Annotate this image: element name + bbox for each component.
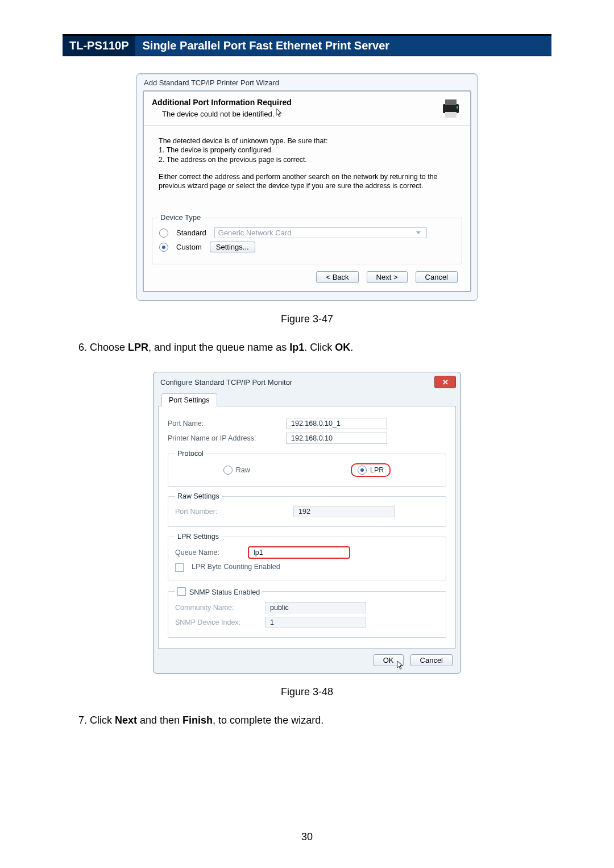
port-name-label: Port Name: xyxy=(168,420,281,427)
figure-2-caption: Figure 3-48 xyxy=(63,686,551,698)
community-label: Community Name: xyxy=(175,604,260,612)
device-type-group: Device Type Standard Generic Network Car… xyxy=(152,218,462,264)
snmp-index-label: SNMP Device Index: xyxy=(175,618,260,626)
wizard-header: Additional Port Information Required The… xyxy=(144,92,470,126)
snmp-legend: SNMP Status Enabled xyxy=(175,586,262,596)
close-icon: ✕ xyxy=(442,378,449,387)
lpr-byte-checkbox[interactable] xyxy=(175,563,184,572)
doc-header: TL-PS110P Single Parallel Port Fast Ethe… xyxy=(63,36,551,56)
ip-address-field[interactable]: 192.168.0.10 xyxy=(286,433,387,444)
standard-label: Standard xyxy=(176,229,206,237)
svg-rect-0 xyxy=(443,104,459,113)
port-name-field[interactable]: 192.168.0.10_1 xyxy=(286,418,387,429)
cursor-arrow-icon xyxy=(397,661,404,669)
wizard-footer: < Back Next > Cancel xyxy=(144,271,470,291)
cancel-button[interactable]: Cancel xyxy=(416,271,458,283)
top-rule-2 xyxy=(63,56,551,56)
raw-settings-group: Raw Settings Port Number: 192 xyxy=(168,492,446,527)
raw-settings-legend: Raw Settings xyxy=(175,492,222,500)
raw-label: Raw xyxy=(236,466,250,474)
lpr-byte-label: LPR Byte Counting Enabled xyxy=(192,563,280,571)
protocol-group: Protocol Raw LPR xyxy=(168,450,446,487)
snmp-index-field: 1 xyxy=(265,617,366,628)
raw-port-field: 192 xyxy=(293,506,395,517)
community-field: public xyxy=(265,602,366,613)
standard-select: Generic Network Card xyxy=(214,227,427,238)
dialog-title: Configure Standard TCP/IP Port Monitor xyxy=(160,378,292,387)
lpr-settings-group: LPR Settings Queue Name: lp1 LPR Byte Co… xyxy=(168,533,446,580)
radio-lpr[interactable] xyxy=(358,466,367,475)
snmp-group: SNMP Status Enabled Community Name: publ… xyxy=(168,586,446,638)
doc-title: Single Parallel Port Fast Ethernet Print… xyxy=(135,36,551,56)
port-settings-panel: Port Name: 192.168.0.10_1 Printer Name o… xyxy=(158,406,456,649)
bullet-1: 1. The device is properly configured. xyxy=(159,146,455,155)
back-button[interactable]: < Back xyxy=(316,271,358,283)
queue-name-field[interactable]: lp1 xyxy=(248,546,350,559)
next-button[interactable]: Next > xyxy=(367,271,408,283)
radio-standard[interactable] xyxy=(159,229,168,238)
figure-1: Add Standard TCP/IP Printer Port Wizard … xyxy=(136,73,478,301)
svg-rect-3 xyxy=(457,106,458,109)
step-7: Click Next and then Finish, to complete … xyxy=(90,713,551,729)
cursor-arrow-icon xyxy=(276,109,283,117)
page-number: 30 xyxy=(0,831,614,843)
wizard-subheading: The device could not be identified. xyxy=(162,109,292,118)
be-sure-line: The detected device is of unknown type. … xyxy=(159,136,455,146)
wizard-dialog: Add Standard TCP/IP Printer Port Wizard … xyxy=(136,73,478,301)
tab-port-settings[interactable]: Port Settings xyxy=(161,393,217,406)
step-7-list: Click Next and then Finish, to complete … xyxy=(63,713,551,729)
device-type-legend: Device Type xyxy=(158,213,203,222)
bullet-2: 2. The address on the previous page is c… xyxy=(159,155,455,164)
lpr-settings-legend: LPR Settings xyxy=(175,533,221,541)
wizard-title: Add Standard TCP/IP Printer Port Wizard xyxy=(137,74,477,87)
dialog-titlebar: Configure Standard TCP/IP Port Monitor ✕ xyxy=(154,372,460,388)
figure-1-caption: Figure 3-47 xyxy=(63,313,551,325)
wizard-heading: Additional Port Information Required xyxy=(152,98,292,107)
svg-rect-2 xyxy=(445,112,457,118)
queue-name-label: Queue Name: xyxy=(175,549,243,556)
protocol-legend: Protocol xyxy=(175,450,206,458)
ok-button[interactable]: OK xyxy=(374,654,404,666)
step-6-list: Choose LPR, and input the queue name as … xyxy=(63,340,551,356)
custom-label: Custom xyxy=(176,243,202,251)
snmp-checkbox[interactable] xyxy=(177,587,186,596)
radio-raw[interactable] xyxy=(223,466,233,475)
chevron-down-icon xyxy=(416,231,421,234)
svg-rect-1 xyxy=(445,99,457,105)
model-badge: TL-PS110P xyxy=(63,36,135,56)
settings-button[interactable]: Settings... xyxy=(210,242,255,252)
printer-icon xyxy=(439,97,462,120)
ip-address-label: Printer Name or IP Address: xyxy=(168,434,281,442)
cancel-button-2[interactable]: Cancel xyxy=(410,654,453,666)
lpr-label: LPR xyxy=(370,466,384,474)
tab-strip: Port Settings xyxy=(158,393,456,406)
radio-custom[interactable] xyxy=(159,243,168,252)
close-button[interactable]: ✕ xyxy=(434,376,456,388)
wizard-body: The detected device is of unknown type. … xyxy=(144,126,470,203)
port-monitor-dialog: Configure Standard TCP/IP Port Monitor ✕… xyxy=(153,372,461,674)
lpr-highlight: LPR xyxy=(351,463,391,477)
instruction-paragraph: Either correct the address and perform a… xyxy=(159,172,455,191)
step-6: Choose LPR, and input the queue name as … xyxy=(90,340,551,356)
raw-port-label: Port Number: xyxy=(175,508,289,516)
